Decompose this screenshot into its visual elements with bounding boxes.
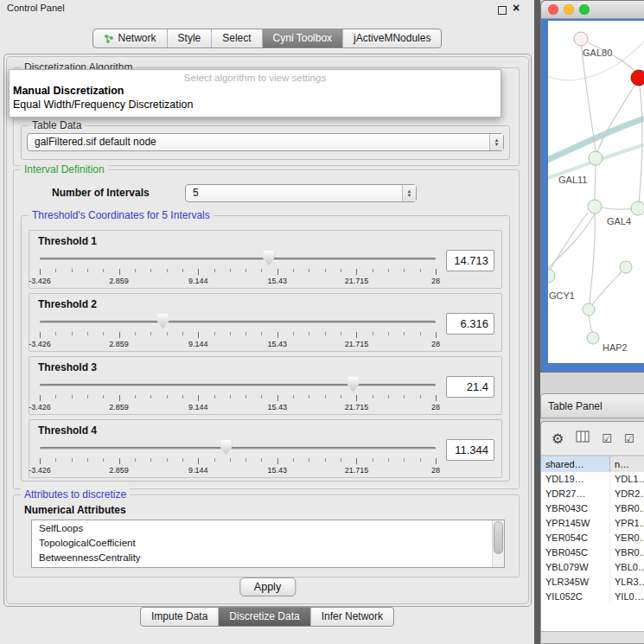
select-columns-icon[interactable]: ☑: [602, 432, 612, 445]
dropdown-option-manual-discretization[interactable]: Manual Discretization: [10, 83, 501, 97]
threshold-slider[interactable]: -3.4262.8599.14415.4321.71528: [40, 250, 436, 286]
cell-name[interactable]: YPR1…: [610, 516, 644, 531]
attributes-list[interactable]: SelfLoopsTopologicalCoefficientBetweenne…: [31, 520, 505, 568]
threshold-value-field[interactable]: 14.713: [446, 250, 494, 271]
cell-shared-name[interactable]: YBR045C: [541, 545, 610, 560]
slider-track[interactable]: [40, 384, 436, 386]
table-row[interactable]: YIL052C YIL0…: [541, 590, 644, 604]
network-node[interactable]: [587, 332, 599, 344]
network-node[interactable]: [589, 151, 603, 165]
network-edge[interactable]: [591, 267, 626, 306]
network-edge[interactable]: [548, 213, 588, 273]
scrollbar-thumb[interactable]: [494, 521, 503, 554]
network-edge[interactable]: [589, 315, 593, 333]
network-window-titlebar[interactable]: [541, 1, 644, 19]
slider-track[interactable]: [40, 258, 436, 260]
tab-infer-network[interactable]: Infer Network: [310, 608, 393, 626]
cell-shared-name[interactable]: YLR345W: [541, 575, 610, 590]
horizontal-scrollbar[interactable]: [541, 631, 644, 643]
slider-track[interactable]: [40, 447, 436, 450]
network-node[interactable]: [583, 303, 595, 316]
table-row[interactable]: YDL19… YDL1…: [541, 472, 644, 487]
attribute-list-item[interactable]: SelfLoops: [32, 520, 504, 535]
tab-discretize-data[interactable]: Discretize Data: [218, 608, 309, 626]
tick-mark: [436, 458, 437, 464]
tab-network[interactable]: Network: [93, 29, 167, 48]
tick-mark: [404, 458, 405, 462]
slider-thumb[interactable]: [220, 440, 232, 455]
threshold-slider[interactable]: -3.4262.8599.14415.4321.71528: [40, 376, 436, 412]
cell-name[interactable]: YBR0…: [610, 501, 644, 516]
network-node[interactable]: [574, 32, 588, 46]
apply-button[interactable]: Apply: [239, 577, 296, 596]
zoom-traffic-light-icon[interactable]: [579, 4, 590, 15]
threshold-value-field[interactable]: 6.316: [446, 313, 494, 335]
cell-name[interactable]: YIL0…: [610, 590, 644, 604]
close-icon[interactable]: ×: [513, 1, 520, 15]
combobox-stepper-icon[interactable]: ▲▼: [489, 134, 503, 150]
table-row[interactable]: YLR345W YLR3…: [541, 575, 644, 590]
dropdown-option-equal-width-frequency[interactable]: Equal Width/Frequency Discretization: [10, 97, 501, 111]
network-edge[interactable]: [597, 78, 639, 152]
slider-track[interactable]: [40, 321, 436, 323]
cell-name[interactable]: YDL1…: [610, 472, 644, 487]
tab-impute-data[interactable]: Impute Data: [141, 608, 218, 626]
table-row[interactable]: YPR145W YPR1…: [541, 516, 644, 531]
attribute-list-item[interactable]: BetweennessCentrality: [32, 550, 504, 564]
column-header-shared-name[interactable]: shared…: [541, 456, 610, 474]
slider-thumb[interactable]: [348, 377, 359, 392]
cell-shared-name[interactable]: YBR043C: [541, 501, 610, 516]
threshold-value-field[interactable]: 11.344: [446, 439, 494, 461]
network-node[interactable]: [631, 70, 644, 86]
threshold-slider[interactable]: -3.4262.8599.14415.4321.71528: [40, 313, 436, 349]
cell-shared-name[interactable]: YDL19…: [541, 472, 610, 487]
cell-shared-name[interactable]: YPR145W: [541, 516, 610, 531]
slider-thumb[interactable]: [263, 251, 274, 265]
network-node[interactable]: [548, 269, 555, 283]
table-data-combobox[interactable]: galFiltered.sif default node ▲▼: [27, 133, 504, 151]
tab-select[interactable]: Select: [211, 29, 261, 48]
cell-shared-name[interactable]: YBL079W: [541, 560, 610, 575]
network-node[interactable]: [588, 200, 602, 214]
combobox-stepper-icon[interactable]: ▲▼: [402, 185, 416, 201]
table-row[interactable]: YBL079W YBL0…: [541, 560, 644, 575]
network-edge[interactable]: [639, 78, 642, 204]
column-header-name[interactable]: n…: [610, 456, 644, 474]
cell-shared-name[interactable]: YDR27…: [541, 487, 610, 501]
network-edge[interactable]: [590, 214, 595, 303]
network-edge[interactable]: [595, 165, 596, 200]
network-canvas[interactable]: GAL80GAL11GAL4GCY1HAP2: [548, 21, 644, 363]
table-row[interactable]: YDR27… YDR2…: [541, 487, 644, 501]
table-row[interactable]: YER054C YER0…: [541, 531, 644, 545]
network-node[interactable]: [631, 201, 644, 215]
minimize-traffic-light-icon[interactable]: [564, 4, 574, 15]
select-all-icon[interactable]: ☑: [624, 432, 634, 445]
close-traffic-light-icon[interactable]: [548, 4, 558, 15]
cell-name[interactable]: YDR2…: [610, 487, 644, 501]
scrollbar[interactable]: [492, 520, 504, 567]
table-panel-titlebar[interactable]: Table Panel: [540, 393, 644, 418]
tick-mark: [388, 458, 389, 462]
float-window-icon[interactable]: [498, 6, 507, 15]
threshold-slider[interactable]: -3.4262.8599.14415.4321.71528: [40, 439, 436, 475]
network-node[interactable]: [620, 261, 632, 273]
table-row[interactable]: YBR045C YBR0…: [541, 545, 644, 560]
gear-icon[interactable]: ⚙: [552, 430, 564, 447]
network-edge[interactable]: [548, 36, 644, 80]
columns-icon[interactable]: [576, 430, 590, 446]
attribute-list-item[interactable]: TopologicalCoefficient: [32, 535, 504, 550]
cell-shared-name[interactable]: YER054C: [541, 531, 610, 545]
table-row[interactable]: YBR043C YBR0…: [541, 501, 644, 516]
tab-style[interactable]: Style: [167, 29, 212, 48]
cell-shared-name[interactable]: YIL052C: [541, 590, 610, 604]
threshold-value-field[interactable]: 21.4: [446, 376, 494, 398]
cell-name[interactable]: YER0…: [610, 531, 644, 545]
cell-name[interactable]: YBL0…: [610, 560, 644, 575]
cell-name[interactable]: YBR0…: [610, 545, 644, 560]
slider-thumb[interactable]: [157, 314, 169, 328]
tab-jactivemnodules[interactable]: jActiveMNodules: [342, 29, 441, 48]
number-of-intervals-combobox[interactable]: 5 ▲▼: [185, 184, 417, 202]
tab-cyni-toolbox[interactable]: Cyni Toolbox: [262, 29, 342, 48]
cell-name[interactable]: YLR3…: [610, 575, 644, 590]
slider-ticks: [40, 269, 436, 276]
